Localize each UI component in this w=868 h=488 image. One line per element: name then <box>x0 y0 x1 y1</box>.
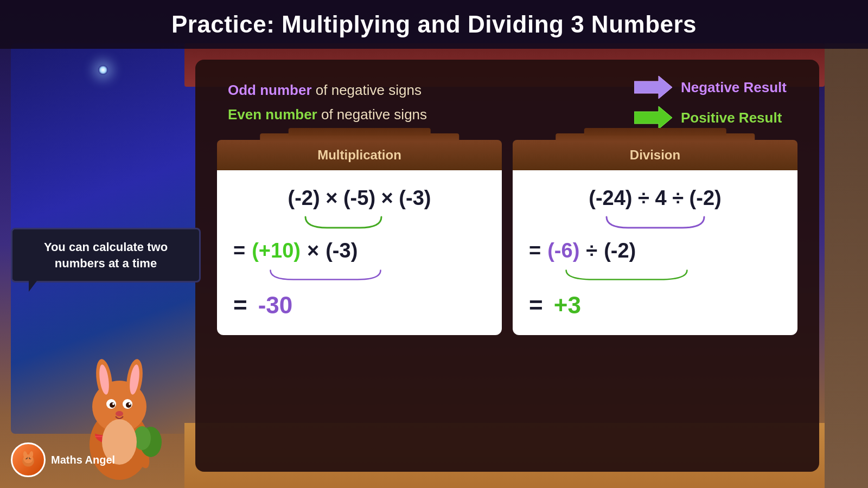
mult-brace2-row <box>266 267 486 283</box>
div-final-result: +3 <box>554 292 581 319</box>
div-green-brace-icon <box>561 267 692 283</box>
division-header: Division <box>513 140 797 170</box>
mult-step1-rest: (-3) <box>326 239 358 262</box>
even-label: Even number <box>228 106 317 123</box>
multiplication-body: (-2) × (-5) × (-3) = (+10) × (-3) <box>217 170 502 335</box>
svg-point-13 <box>129 403 131 405</box>
page-title: Practice: Multiplying and Dividing 3 Num… <box>171 11 697 38</box>
svg-point-12 <box>112 403 114 405</box>
negative-result-label: Negative Result <box>681 79 787 96</box>
multiplication-header: Multiplication <box>217 140 502 170</box>
mult-step1-num: (+10) <box>252 239 301 262</box>
mult-final-row: = -30 <box>233 292 486 319</box>
div-brace1-row <box>529 214 781 230</box>
odd-label: Odd number <box>228 82 312 98</box>
div-step1-rest: (-2) <box>604 239 636 262</box>
svg-point-10 <box>110 402 115 408</box>
div-step1-eq: = <box>529 239 541 262</box>
mult-brace1-row <box>233 214 486 230</box>
div-purple-brace-icon <box>601 214 710 230</box>
speech-text: You can calculate two numbers at a time <box>24 239 187 271</box>
negative-result-row: Negative Result <box>634 76 787 99</box>
odd-rule: Odd number of negative signs <box>228 82 427 99</box>
right-wall <box>825 43 868 488</box>
svg-point-11 <box>126 402 131 408</box>
div-brace2-row <box>561 267 781 283</box>
logo-circle <box>11 442 46 477</box>
mult-step1-eq: = <box>233 239 245 262</box>
purple-arrow-icon <box>634 76 672 99</box>
logo-name: Maths Angel <box>51 454 115 466</box>
speech-bubble: You can calculate two numbers at a time <box>11 228 201 282</box>
rules-right: Negative Result Positive Result <box>634 76 787 129</box>
mult-expr1: (-2) × (-5) × (-3) <box>233 187 486 210</box>
header: Practice: Multiplying and Dividing 3 Num… <box>0 0 868 49</box>
rules-left: Odd number of negative signs Even number… <box>228 82 427 123</box>
logo-area: Maths Angel <box>11 442 115 477</box>
mult-step1-op: × <box>307 239 319 262</box>
green-arrow-icon <box>634 106 672 129</box>
mult-final-eq: = <box>233 292 247 319</box>
mult-green-brace-icon <box>300 214 419 230</box>
div-final-row: = +3 <box>529 292 781 319</box>
multiplication-column: Multiplication (-2) × (-5) × (-3) = (+10… <box>217 140 502 335</box>
even-rule: Even number of negative signs <box>228 106 427 123</box>
columns-section: Multiplication (-2) × (-5) × (-3) = (+10… <box>217 140 797 335</box>
main-panel: Odd number of negative signs Even number… <box>195 60 819 472</box>
svg-point-14 <box>116 411 123 416</box>
div-expr1: (-24) ÷ 4 ÷ (-2) <box>529 187 781 210</box>
div-step1-num: (-6) <box>547 239 579 262</box>
svg-marker-0 <box>634 76 672 99</box>
positive-result-row: Positive Result <box>634 106 782 129</box>
logo-icon <box>18 450 38 470</box>
mult-step1: = (+10) × (-3) <box>233 239 486 262</box>
svg-marker-1 <box>634 106 672 129</box>
div-step1-op: ÷ <box>586 239 597 262</box>
rules-section: Odd number of negative signs Even number… <box>217 76 797 129</box>
div-step1: = (-6) ÷ (-2) <box>529 239 781 262</box>
div-final-eq: = <box>529 292 543 319</box>
even-suffix: of negative signs <box>317 106 427 123</box>
odd-suffix: of negative signs <box>312 82 422 98</box>
division-body: (-24) ÷ 4 ÷ (-2) = (-6) ÷ (-2) <box>513 170 797 335</box>
positive-result-label: Positive Result <box>681 110 782 126</box>
mult-purple-brace-icon <box>266 267 385 283</box>
mult-final-result: -30 <box>258 292 293 319</box>
division-column: Division (-24) ÷ 4 ÷ (-2) = (-6) ÷ (-2) <box>513 140 797 335</box>
